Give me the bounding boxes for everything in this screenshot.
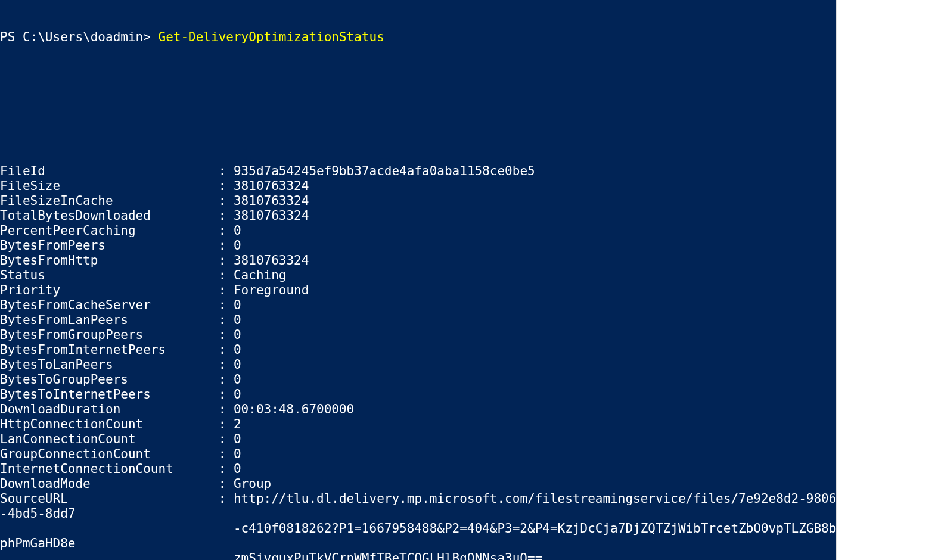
kv-row: GroupConnectionCount : 0 <box>0 447 837 462</box>
kv-label: BytesFromHttp <box>0 253 211 268</box>
wrap-indent <box>0 551 234 560</box>
right-blank-area <box>845 0 938 560</box>
kv-row: Status : Caching <box>0 268 837 283</box>
kv-row: Priority : Foreground <box>0 283 837 298</box>
kv-value: 0 <box>234 432 241 446</box>
kv-label: Status <box>0 268 211 283</box>
kv-colon: : <box>211 491 234 506</box>
kv-label: TotalBytesDownloaded <box>0 209 211 223</box>
kv-row: FileSize : 3810763324 <box>0 179 837 194</box>
kv-row: SourceURL : http://tlu.dl.delivery.mp.mi… <box>0 491 837 560</box>
kv-value-cont: zmSjvquxPuTkVCrnWMfTBeTCQGLHlBgONNsa3uQ=… <box>234 551 542 560</box>
kv-label: FileSizeInCache <box>0 194 211 209</box>
prompt-line: PS C:\Users\doadmin> Get-DeliveryOptimiz… <box>0 30 837 45</box>
kv-value: 0 <box>234 447 241 461</box>
kv-value: 0 <box>234 462 241 476</box>
kv-value: 0 <box>234 343 241 357</box>
kv-label: LanConnectionCount <box>0 432 211 447</box>
kv-colon: : <box>211 209 234 223</box>
kv-value: 3810763324 <box>234 194 309 208</box>
kv-value: 0 <box>234 357 241 372</box>
kv-row: BytesToLanPeers : 0 <box>0 357 837 372</box>
kv-label: BytesFromInternetPeers <box>0 343 211 357</box>
kv-value: 0 <box>234 387 241 402</box>
kv-colon: : <box>211 372 234 387</box>
kv-colon: : <box>211 223 234 238</box>
kv-row: BytesToInternetPeers : 0 <box>0 387 837 402</box>
kv-value: Caching <box>234 268 287 282</box>
kv-row: BytesFromLanPeers : 0 <box>0 313 837 328</box>
kv-row: InternetConnectionCount : 0 <box>0 462 837 477</box>
kv-row: DownloadMode : Group <box>0 477 837 491</box>
kv-row: FileSizeInCache : 3810763324 <box>0 194 837 209</box>
kv-row: BytesFromInternetPeers : 0 <box>0 343 837 357</box>
kv-label: FileId <box>0 164 211 179</box>
kv-label: BytesFromCacheServer <box>0 298 211 313</box>
kv-colon: : <box>211 253 234 268</box>
kv-colon: : <box>211 432 234 447</box>
kv-colon: : <box>211 387 234 402</box>
kv-colon: : <box>211 164 234 179</box>
blank-line <box>0 74 837 89</box>
kv-value: 0 <box>234 313 241 327</box>
kv-row: BytesFromHttp : 3810763324 <box>0 253 837 268</box>
kv-label: InternetConnectionCount <box>0 462 211 477</box>
kv-value: 0 <box>234 238 241 253</box>
kv-row: PercentPeerCaching : 0 <box>0 223 837 238</box>
kv-colon: : <box>211 357 234 372</box>
prompt-prefix: PS C:\Users\doadmin> <box>0 30 159 44</box>
kv-colon: : <box>211 328 234 343</box>
prompt-command: Get-DeliveryOptimizationStatus <box>159 30 384 44</box>
kv-label: PercentPeerCaching <box>0 223 211 238</box>
kv-row: TotalBytesDownloaded : 3810763324 <box>0 209 837 223</box>
kv-label: BytesFromLanPeers <box>0 313 211 328</box>
kv-value: 935d7a54245ef9bb37acde4afa0aba1158ce0be5 <box>234 164 535 178</box>
kv-label: DownloadMode <box>0 477 211 491</box>
kv-value: Foreground <box>234 283 309 297</box>
kv-colon: : <box>211 268 234 283</box>
kv-value: 0 <box>234 298 241 312</box>
kv-value: 3810763324 <box>234 253 309 267</box>
kv-row: BytesFromPeers : 0 <box>0 238 837 253</box>
kv-row: LanConnectionCount : 0 <box>0 432 837 447</box>
kv-colon: : <box>211 179 234 194</box>
kv-label: DownloadDuration <box>0 402 211 417</box>
powershell-terminal[interactable]: PS C:\Users\doadmin> Get-DeliveryOptimiz… <box>0 0 837 560</box>
kv-label: BytesToGroupPeers <box>0 372 211 387</box>
kv-row: BytesToGroupPeers : 0 <box>0 372 837 387</box>
kv-label: BytesFromGroupPeers <box>0 328 211 343</box>
kv-colon: : <box>211 417 234 432</box>
kv-value: 3810763324 <box>234 179 309 193</box>
kv-colon: : <box>211 238 234 253</box>
kv-colon: : <box>211 194 234 209</box>
kv-label: BytesFromPeers <box>0 238 211 253</box>
kv-label: BytesToLanPeers <box>0 357 211 372</box>
kv-row: DownloadDuration : 00:03:48.6700000 <box>0 402 837 417</box>
kv-colon: : <box>211 298 234 313</box>
kv-value: Group <box>234 477 271 491</box>
scrollbar-vertical[interactable] <box>836 0 837 560</box>
kv-value: 2 <box>234 417 241 431</box>
blank-line <box>0 119 837 134</box>
kv-label: Priority <box>0 283 211 298</box>
kv-label: FileSize <box>0 179 211 194</box>
kv-value: 3810763324 <box>234 209 309 223</box>
kv-value: 0 <box>234 223 241 238</box>
kv-label: BytesToInternetPeers <box>0 387 211 402</box>
kv-colon: : <box>211 313 234 328</box>
kv-row: BytesFromCacheServer : 0 <box>0 298 837 313</box>
wrap-indent <box>0 521 234 536</box>
kv-colon: : <box>211 283 234 298</box>
kv-colon: : <box>211 462 234 477</box>
kv-label: HttpConnectionCount <box>0 417 211 432</box>
kv-row: HttpConnectionCount : 2 <box>0 417 837 432</box>
kv-colon: : <box>211 477 234 491</box>
kv-value: 00:03:48.6700000 <box>234 402 354 416</box>
kv-row: FileId : 935d7a54245ef9bb37acde4afa0aba1… <box>0 164 837 179</box>
kv-colon: : <box>211 402 234 417</box>
kv-label: SourceURL <box>0 491 211 506</box>
kv-row: BytesFromGroupPeers : 0 <box>0 328 837 343</box>
kv-value: 0 <box>234 372 241 387</box>
kv-value: 0 <box>234 328 241 342</box>
kv-colon: : <box>211 343 234 357</box>
